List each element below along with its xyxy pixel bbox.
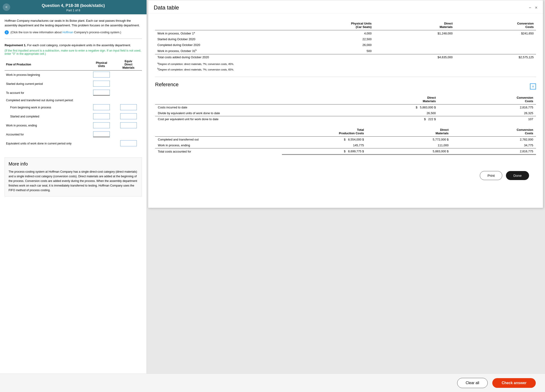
col-header-row: Physical Units(Car Seats) DirectMaterial… (155, 20, 536, 30)
req-green-text: (If the first inputted amount is a subtr… (5, 49, 142, 56)
dt-row-physical: 4,000 (301, 30, 374, 37)
ref-lower-total: 145,775 (282, 142, 366, 148)
wip-beg-physical-cell[interactable] (88, 70, 115, 80)
ref-col-conversion: ConversionCosts (439, 94, 536, 105)
reference-icon[interactable]: ≡ (530, 83, 536, 89)
print-button[interactable]: Print (480, 171, 502, 180)
row-label: From beginning work in process (5, 103, 88, 112)
dt-row-label: Total costs added during October 2020 (155, 54, 301, 60)
ref-lower-direct: 111,000 (367, 142, 451, 148)
ref-row-label: Cost per equivalent unit for work done t… (155, 116, 341, 122)
more-info-section: More info The process-costing system at … (5, 157, 142, 196)
ref-lower-label: Total costs accounted for (155, 148, 282, 154)
minimize-button[interactable]: − (529, 5, 531, 10)
divider (5, 39, 142, 39)
ref-lower-total: $ 8,554,000 $ (282, 136, 366, 142)
table-row: Work in process, October 31b 500 (155, 48, 536, 54)
clear-all-button[interactable]: Clear all (457, 378, 488, 388)
problem-text: Hoffman Company manufactures car seats i… (5, 19, 142, 27)
dt-row-label: Completed during October 2020 (155, 42, 301, 48)
equiv-table-section: Flow of Production PhysicalUnits EquivDi… (5, 59, 142, 148)
left-panel: < Question 4, P18-38 (book/static) Part … (0, 0, 147, 392)
panel-header: Data table − × (148, 0, 543, 13)
row-label: Started during current period (5, 80, 88, 88)
ref-lower-conversion: 34,775 (451, 142, 536, 148)
from-beg-direct-cell[interactable] (115, 103, 142, 112)
back-button[interactable]: < (3, 3, 10, 11)
dt-row-conversion (455, 48, 536, 54)
dt-row-direct (374, 48, 455, 54)
from-beg-direct-input[interactable] (120, 104, 137, 110)
dt-row-direct: $1,248,000 (374, 30, 455, 37)
dt-row-conversion: $241,650 (455, 30, 536, 37)
started-completed-physical-cell[interactable] (88, 112, 115, 121)
dt-row-conversion (455, 42, 536, 48)
table-row: Started during current period (5, 80, 142, 88)
dt-row-label: Work in process, October 31b (155, 48, 301, 54)
ref-lower-conversion: 2,816,775 (451, 148, 536, 154)
row-label: Work in process beginning (5, 70, 88, 80)
dt-row-physical: 500 (301, 48, 374, 54)
table-row: To account for (5, 88, 142, 98)
ref-lower-label: Completed and transferred out (155, 136, 282, 142)
footnote-b: bDegree of completion: direct materials,… (155, 66, 536, 72)
question-title: Question 4, P18-38 (book/static) (2, 3, 144, 8)
dt-row-conversion: $2,575,125 (455, 54, 536, 60)
table-row: Work in process, ending (5, 121, 142, 130)
left-header: < Question 4, P18-38 (book/static) Part … (0, 0, 147, 14)
table-row: Completed and transferred out during cur… (5, 98, 142, 103)
wip-beg-physical-input[interactable] (93, 72, 110, 78)
reference-title: Reference (155, 81, 179, 87)
flow-table: Flow of Production PhysicalUnits EquivDi… (5, 59, 142, 148)
table-row: Total costs accounted for $ 8,699,775 $ … (155, 148, 536, 154)
more-info-title: More info (9, 161, 138, 167)
ref-row-conversion: 107 (439, 116, 536, 122)
row-label: Equivalent units of work done in current… (5, 139, 88, 148)
table-row: Started and completed (5, 112, 142, 121)
accounted-physical-input[interactable] (93, 131, 110, 137)
wip-end-physical-input[interactable] (93, 122, 110, 128)
dt-col-conversion: ConversionCosts (455, 20, 536, 30)
row-label: Accounted for (5, 130, 88, 139)
ref-lower-label: Work in process, ending (155, 142, 282, 148)
wip-end-physical-cell[interactable] (88, 121, 115, 130)
row-label: Completed and transferred out during cur… (5, 98, 88, 103)
from-beg-physical-cell[interactable] (88, 103, 115, 112)
equiv-direct-cell[interactable] (115, 139, 142, 148)
started-completed-physical-input[interactable] (93, 113, 110, 119)
dt-row-label: Work in process, October 1a (155, 30, 301, 37)
flow-col-header: Flow of Production (5, 59, 88, 70)
wip-end-direct-cell[interactable] (115, 121, 142, 130)
ref-lower-header-row: TotalProduction Costs DirectMaterials Co… (155, 127, 536, 137)
started-physical-input[interactable] (93, 81, 110, 87)
question-subtitle: Part 1 of 8 (2, 9, 144, 12)
ref-col-empty (155, 94, 341, 105)
close-button[interactable]: × (535, 5, 537, 10)
action-buttons: Print Done (480, 171, 529, 180)
accounted-physical-cell[interactable] (88, 130, 115, 139)
ref-row-label: Divide by equivalent units of work done … (155, 110, 341, 116)
ref-lower-total: $ 8,699,775 $ (282, 148, 366, 154)
reference-upper-table: DirectMaterials ConversionCosts Costs in… (155, 94, 536, 122)
to-account-physical-cell[interactable] (88, 88, 115, 98)
started-completed-direct-cell[interactable] (115, 112, 142, 121)
table-row: Accounted for (5, 130, 142, 139)
dt-row-label: Started during October 2020 (155, 36, 301, 42)
dt-row-physical (301, 54, 374, 60)
table-row: bDegree of completion: direct materials,… (155, 66, 536, 72)
done-button[interactable]: Done (506, 171, 529, 180)
started-completed-direct-input[interactable] (120, 113, 137, 119)
dt-row-physical: 26,000 (301, 42, 374, 48)
ref-row-conversion: 26,325 (439, 110, 536, 116)
check-answer-button[interactable]: Check answer (492, 378, 536, 388)
from-beg-physical-input[interactable] (93, 104, 110, 110)
dt-row-direct (374, 42, 455, 48)
wip-end-direct-input[interactable] (120, 122, 137, 128)
to-account-physical-input[interactable] (93, 90, 110, 96)
table-row: Started during October 2020 22,500 (155, 36, 536, 42)
table-row: Work in process, ending 145,775 111,000 … (155, 142, 536, 148)
ref-lower-conversion: 2,782,000 (451, 136, 536, 142)
equiv-direct-input[interactable] (120, 140, 137, 146)
ref-lower-direct: 5,883,000 $ (367, 148, 451, 154)
started-physical-cell[interactable] (88, 80, 115, 88)
